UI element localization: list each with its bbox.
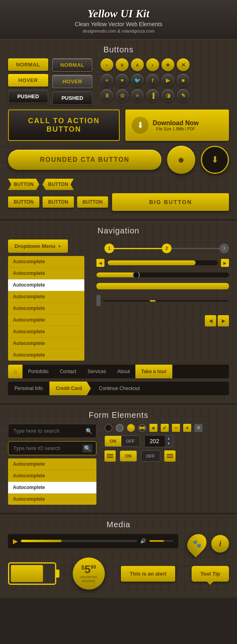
number-down[interactable]: ▼ xyxy=(165,441,173,446)
slider-track-1[interactable] xyxy=(108,260,218,265)
download-button[interactable]: ⬇ Download Now File Size 1.8Mb / PDF xyxy=(125,109,229,141)
twitter-icon[interactable]: 🐦 xyxy=(131,74,144,87)
form-autocomplete-item[interactable]: Autocomplete xyxy=(8,493,96,505)
chevron-up-icon[interactable]: ∧ xyxy=(131,58,144,71)
chevron-left-icon[interactable]: ‹ xyxy=(100,58,113,71)
search-input-1[interactable] xyxy=(8,424,96,438)
autocomplete-item[interactable]: Autocomplete xyxy=(8,303,84,314)
autocomplete-item[interactable]: Autocomplete xyxy=(8,268,84,279)
facebook-icon[interactable]: f xyxy=(146,74,159,87)
autocomplete-item-active[interactable]: Autocomplete xyxy=(8,279,84,291)
breadcrumb-item-3[interactable]: Continue Checkout xyxy=(91,382,146,395)
volume-track[interactable] xyxy=(149,540,174,542)
toggle-2-on[interactable]: ON xyxy=(120,451,137,461)
checkbox-plus[interactable]: + xyxy=(183,424,191,432)
autocomplete-item[interactable]: Autocomplete xyxy=(8,314,84,326)
nav-item-about[interactable]: About xyxy=(112,365,135,378)
breadcrumb-item-2[interactable]: Credit Card xyxy=(49,382,91,395)
step-2[interactable]: 2 xyxy=(162,244,172,253)
nav-item-tour[interactable]: Take a tour xyxy=(135,365,172,378)
toggle-on[interactable]: ON xyxy=(105,436,121,446)
play-icon[interactable]: ▶ xyxy=(161,74,174,87)
star-icon[interactable]: ★ xyxy=(161,58,174,71)
tooltip-button[interactable]: Tool Tip xyxy=(192,566,229,582)
arrow-button-left-1[interactable]: Button xyxy=(8,179,39,190)
checkbox-checked[interactable]: ■ xyxy=(149,424,157,432)
checkbox-cross[interactable]: ✕ xyxy=(194,424,202,432)
hover-button-dark[interactable]: Hover xyxy=(52,75,92,88)
form-autocomplete-item[interactable]: Autocomplete xyxy=(8,470,96,482)
autocomplete-item[interactable]: Autocomplete xyxy=(8,326,84,338)
target-icon[interactable]: ⊙ xyxy=(116,89,129,102)
sm-button-2[interactable]: Button xyxy=(43,196,74,208)
form-autocomplete-item-active[interactable]: Autocomplete xyxy=(8,482,96,493)
number-up[interactable]: ▲ xyxy=(165,436,173,441)
autocomplete-item[interactable]: Autocomplete xyxy=(8,291,84,303)
nav-item-portfolio[interactable]: Portofolio xyxy=(22,365,54,378)
normal-button-dark[interactable]: Normal xyxy=(52,58,92,72)
info-icon[interactable]: i xyxy=(211,535,229,553)
handle-bars-left[interactable] xyxy=(104,450,116,462)
chevron-right-icon[interactable]: › xyxy=(146,58,159,71)
normal-button-yellow[interactable]: Normal xyxy=(8,58,48,71)
toggle-3-off[interactable]: OFF xyxy=(141,451,160,461)
checkbox-tick[interactable]: ✓ xyxy=(161,424,169,432)
radio-off[interactable] xyxy=(104,424,112,432)
big-round-button[interactable]: ● xyxy=(167,146,195,174)
menu-icon[interactable]: ≡ xyxy=(131,89,144,102)
media-progress-track[interactable] xyxy=(21,540,137,542)
location-pin-icon[interactable]: 🐾 xyxy=(183,530,210,557)
media-play-button[interactable]: ▶ xyxy=(13,537,18,545)
nav-item-contact[interactable]: Contact xyxy=(54,365,82,378)
nav-home-icon[interactable]: ⌂ xyxy=(8,365,22,378)
alert-button[interactable]: This is an alert xyxy=(121,566,175,582)
contrast-icon[interactable]: ◑ xyxy=(161,89,174,102)
prev-page-button[interactable]: ◀ xyxy=(205,315,216,326)
slider-handle-left[interactable] xyxy=(96,295,100,306)
edit-icon[interactable]: ✎ xyxy=(177,89,190,102)
chevron-down-icon[interactable]: ∨ xyxy=(116,58,129,71)
slider-track-mini[interactable] xyxy=(103,300,229,301)
hover-button-yellow[interactable]: Hover xyxy=(8,74,48,87)
dropdown-menu[interactable]: Dropdown Menu xyxy=(8,239,68,253)
step-3[interactable]: 3 xyxy=(219,244,229,253)
close-icon[interactable]: ✕ xyxy=(177,58,190,71)
big-button[interactable]: BIG BUTTON xyxy=(112,193,229,211)
volume-icon[interactable]: 🔊 xyxy=(140,538,146,544)
stop-icon[interactable]: ■ xyxy=(177,74,190,87)
chart-icon[interactable]: ▐ xyxy=(146,89,159,102)
download-dial-button[interactable]: ⬇ xyxy=(201,146,229,174)
plus-icon[interactable]: + xyxy=(100,74,113,87)
slider-track-2[interactable] xyxy=(96,272,229,277)
autocomplete-item[interactable]: Autocomplete xyxy=(8,256,84,268)
pushed-button-yellow[interactable]: Pushed xyxy=(8,90,48,103)
form-autocomplete-item[interactable]: Autocomplete xyxy=(8,458,96,470)
next-page-button[interactable]: ▶ xyxy=(218,315,229,326)
pause-icon[interactable]: ⏸ xyxy=(100,89,113,102)
cta-button[interactable]: CALL TO ACTION BUTTON xyxy=(8,109,120,141)
rounded-cta-button[interactable]: ROUNDED CTA BUTTON xyxy=(8,150,161,170)
price-badge[interactable]: $ 5 99 UNLIMITEDACCESS xyxy=(73,557,105,590)
breadcrumb-item-1[interactable]: Personal Info xyxy=(8,382,49,395)
radio-checked[interactable] xyxy=(138,424,146,432)
battery-icon xyxy=(8,562,56,585)
slider-right-arrow[interactable]: ▶ xyxy=(221,259,229,267)
autocomplete-item[interactable]: Autocomplete xyxy=(8,338,84,349)
step-1[interactable]: 1 xyxy=(104,244,114,253)
autocomplete-item[interactable]: Autocomplete xyxy=(8,349,84,361)
radio-mid[interactable] xyxy=(116,424,124,432)
arrow-button-right-1[interactable]: Button xyxy=(43,179,74,190)
sm-button-3[interactable]: Button xyxy=(77,196,108,208)
slider-thumb-mini[interactable] xyxy=(150,300,155,301)
toggle-off[interactable]: OFF xyxy=(121,436,140,446)
sm-button-1[interactable]: Button xyxy=(8,196,39,208)
slider-left-arrow[interactable]: ◀ xyxy=(96,259,104,267)
slider-track-3[interactable] xyxy=(96,283,229,289)
checkbox-minus[interactable]: − xyxy=(172,424,180,432)
heart-icon[interactable]: ♥ xyxy=(116,74,129,87)
handle-bars-right[interactable] xyxy=(164,450,176,462)
slider-thumb-2[interactable] xyxy=(133,272,140,277)
radio-half[interactable] xyxy=(127,424,135,432)
nav-item-services[interactable]: Services xyxy=(82,365,112,378)
pushed-button-dark[interactable]: Pushed xyxy=(52,91,92,105)
